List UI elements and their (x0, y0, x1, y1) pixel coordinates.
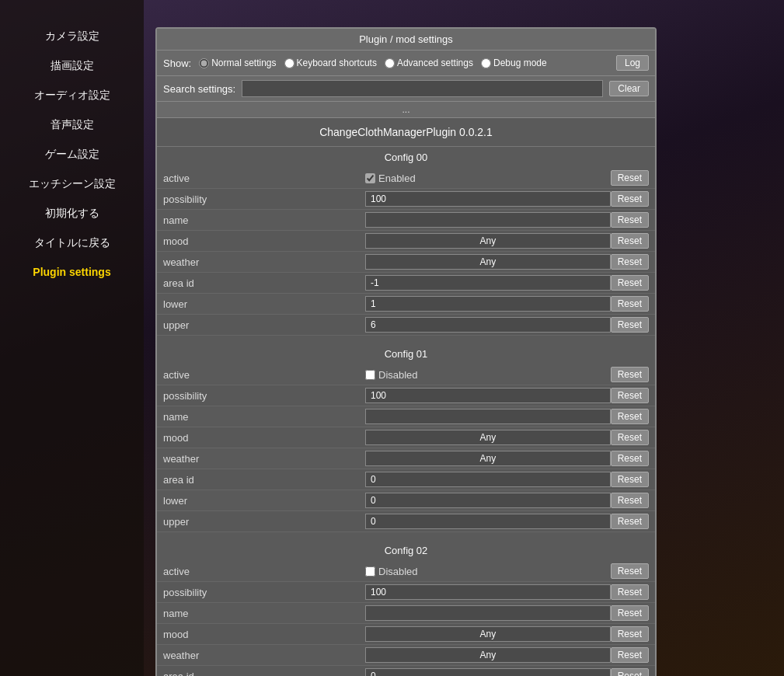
lower-input-00[interactable] (365, 296, 611, 312)
reset-areaid-01[interactable]: Reset (611, 472, 649, 487)
sidebar-item-plugin-settings[interactable]: Plugin settings (10, 260, 134, 284)
name-input-02[interactable] (365, 605, 611, 621)
field-label-areaid-02: area id (163, 671, 365, 677)
weather-input-01[interactable] (365, 451, 611, 466)
upper-input-01[interactable] (365, 514, 611, 529)
radio-keyboard[interactable]: Keyboard shortcuts (284, 57, 377, 68)
table-row: area id Reset (157, 469, 655, 490)
active-checkbox-00[interactable] (365, 173, 375, 183)
reset-mood-00[interactable]: Reset (611, 233, 649, 249)
areaid-input-00[interactable] (365, 275, 611, 291)
table-row: weather Reset (157, 448, 655, 469)
field-label-weather-01: weather (163, 453, 365, 465)
areaid-input-02[interactable] (365, 668, 611, 676)
search-input[interactable] (242, 80, 603, 97)
sidebar-item-drawing[interactable]: 描画設定 (10, 53, 134, 79)
sidebar-item-voice[interactable]: 音声設定 (10, 112, 134, 138)
reset-name-00[interactable]: Reset (611, 212, 649, 228)
sidebar-item-ecchi[interactable]: エッチシーン設定 (10, 171, 134, 197)
weather-input-02[interactable] (365, 647, 611, 663)
field-value-active-02: Disabled (365, 566, 611, 577)
field-value-weather-00 (365, 254, 611, 270)
name-input-00[interactable] (365, 212, 611, 228)
reset-possibility-02[interactable]: Reset (611, 584, 649, 600)
radio-normal-input[interactable] (199, 58, 209, 68)
field-label-name-00: name (163, 214, 365, 226)
possibility-input-02[interactable] (365, 584, 611, 600)
table-row: weather Reset (157, 645, 655, 666)
field-value-name-01 (365, 409, 611, 424)
name-input-01[interactable] (365, 409, 611, 424)
radio-normal[interactable]: Normal settings (199, 57, 276, 68)
sidebar: カメラ設定 描画設定 オーディオ設定 音声設定 ゲーム設定 エッチシーン設定 初… (0, 0, 144, 676)
reset-active-01[interactable]: Reset (611, 367, 649, 382)
possibility-input-01[interactable] (365, 388, 611, 403)
field-value-name-00 (365, 212, 611, 228)
sidebar-item-game[interactable]: ゲーム設定 (10, 141, 134, 168)
reset-upper-00[interactable]: Reset (611, 317, 649, 333)
radio-group: Normal settings Keyboard shortcuts Advan… (199, 57, 547, 68)
field-label-possibility-02: possibility (163, 587, 365, 598)
areaid-input-01[interactable] (365, 472, 611, 487)
reset-possibility-00[interactable]: Reset (611, 191, 649, 207)
reset-areaid-00[interactable]: Reset (611, 275, 649, 291)
sidebar-item-audio[interactable]: オーディオ設定 (10, 82, 134, 109)
reset-weather-00[interactable]: Reset (611, 254, 649, 270)
mood-input-01[interactable] (365, 430, 611, 445)
active-checkbox-01[interactable] (365, 370, 375, 380)
search-label: Search settings: (163, 83, 235, 95)
field-label-mood-00: mood (163, 235, 365, 247)
reset-mood-01[interactable]: Reset (611, 430, 649, 445)
reset-name-02[interactable]: Reset (611, 605, 649, 621)
reset-lower-00[interactable]: Reset (611, 296, 649, 312)
radio-debug[interactable]: Debug mode (481, 57, 547, 68)
active-checkbox-label-00[interactable]: Enabled (365, 172, 416, 184)
lower-input-01[interactable] (365, 493, 611, 508)
reset-weather-02[interactable]: Reset (611, 647, 649, 663)
active-checkbox-label-02[interactable]: Disabled (365, 566, 418, 577)
active-checkbox-label-01[interactable]: Disabled (365, 369, 418, 381)
table-row: possibility Reset (157, 385, 655, 406)
reset-areaid-02[interactable]: Reset (611, 668, 649, 676)
sidebar-item-title[interactable]: タイトルに戻る (10, 230, 134, 256)
reset-upper-01[interactable]: Reset (611, 514, 649, 529)
field-value-possibility-00 (365, 191, 611, 207)
table-row: upper Reset (157, 511, 655, 532)
active-status-02: Disabled (378, 566, 418, 577)
radio-advanced[interactable]: Advanced settings (385, 57, 473, 68)
field-value-areaid-00 (365, 275, 611, 291)
radio-debug-label: Debug mode (493, 57, 547, 68)
reset-mood-02[interactable]: Reset (611, 626, 649, 642)
weather-input-00[interactable] (365, 254, 611, 270)
field-label-lower-00: lower (163, 298, 365, 310)
field-value-active-01: Disabled (365, 369, 611, 381)
field-label-name-01: name (163, 411, 365, 423)
reset-active-02[interactable]: Reset (611, 563, 649, 579)
reset-name-01[interactable]: Reset (611, 409, 649, 424)
possibility-input-00[interactable] (365, 191, 611, 207)
sidebar-item-camera[interactable]: カメラ設定 (10, 23, 134, 50)
field-value-lower-00 (365, 296, 611, 312)
modal-content[interactable]: ChangeClothManagerPlugin 0.0.2.1 Config … (157, 118, 655, 676)
field-value-mood-00 (365, 233, 611, 249)
mood-input-02[interactable] (365, 626, 611, 642)
clear-button[interactable]: Clear (609, 81, 649, 96)
section-gap-01 (157, 336, 655, 343)
reset-active-00[interactable]: Reset (611, 170, 649, 186)
radio-keyboard-input[interactable] (284, 58, 294, 68)
field-value-weather-01 (365, 451, 611, 466)
sidebar-item-initialize[interactable]: 初期化する (10, 200, 134, 227)
mood-input-00[interactable] (365, 233, 611, 249)
radio-advanced-input[interactable] (385, 58, 395, 68)
field-label-mood-02: mood (163, 629, 365, 640)
reset-weather-01[interactable]: Reset (611, 451, 649, 466)
upper-input-00[interactable] (365, 317, 611, 333)
active-checkbox-02[interactable] (365, 566, 375, 577)
reset-possibility-01[interactable]: Reset (611, 388, 649, 403)
table-row: name Reset (157, 406, 655, 427)
reset-lower-01[interactable]: Reset (611, 493, 649, 508)
radio-debug-input[interactable] (481, 58, 491, 68)
search-bar: Search settings: Clear (157, 76, 655, 102)
table-row: lower Reset (157, 294, 655, 315)
log-button[interactable]: Log (616, 55, 649, 71)
